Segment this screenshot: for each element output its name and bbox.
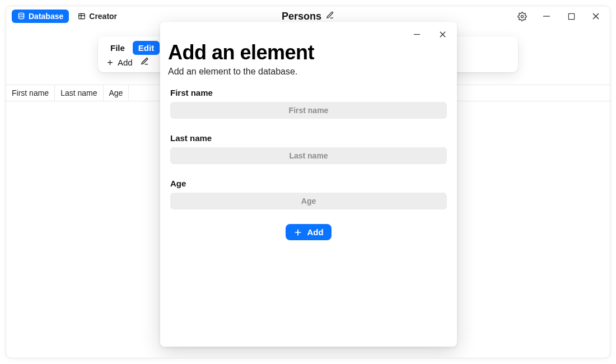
column-first-name[interactable]: First name [6,85,55,101]
pencil-icon[interactable] [141,57,149,68]
dialog-title: Add an element [168,41,449,64]
close-button[interactable] [591,11,601,21]
svg-point-2 [521,15,523,17]
input-first-name[interactable] [170,102,447,119]
table-icon [78,12,86,20]
column-age[interactable]: Age [104,85,129,101]
tab-label: Creator [89,12,117,21]
label-last-name: Last name [170,133,447,143]
dialog-titlebar [168,30,449,39]
toolbar-add-label: Add [118,58,133,67]
tabstrip: Database Creator [12,10,123,23]
column-last-name[interactable]: Last name [55,85,103,101]
menu-file[interactable]: File [105,41,130,55]
tab-database[interactable]: Database [12,10,69,23]
input-last-name[interactable] [170,147,447,164]
pencil-icon[interactable] [326,11,334,22]
label-first-name: First name [170,88,447,97]
page-title-text: Persons [282,11,321,22]
tab-creator[interactable]: Creator [72,10,123,23]
app-window: Database Creator Persons [6,6,610,358]
add-submit-label: Add [307,227,323,237]
minimize-button[interactable] [542,11,552,21]
dialog-form: First name Last name Age Add [168,77,449,240]
window-controls [517,11,606,21]
toolbar-add-button[interactable]: Add [106,58,133,67]
tab-label: Database [29,12,63,21]
gear-icon[interactable] [517,11,527,21]
dialog-close-button[interactable] [438,30,447,39]
maximize-button[interactable] [566,11,576,21]
dialog-minimize-button[interactable] [412,30,421,39]
svg-point-0 [18,13,24,15]
add-element-dialog: Add an element Add an element to the dat… [160,22,457,347]
input-age[interactable] [170,193,447,209]
svg-rect-1 [79,13,85,18]
database-icon [17,12,25,20]
menu-edit[interactable]: Edit [133,41,160,55]
add-submit-button[interactable]: Add [286,224,331,240]
label-age: Age [170,179,447,188]
page-title: Persons [282,11,334,22]
svg-rect-3 [568,13,574,19]
dialog-subtitle: Add an element to the database. [168,67,449,77]
